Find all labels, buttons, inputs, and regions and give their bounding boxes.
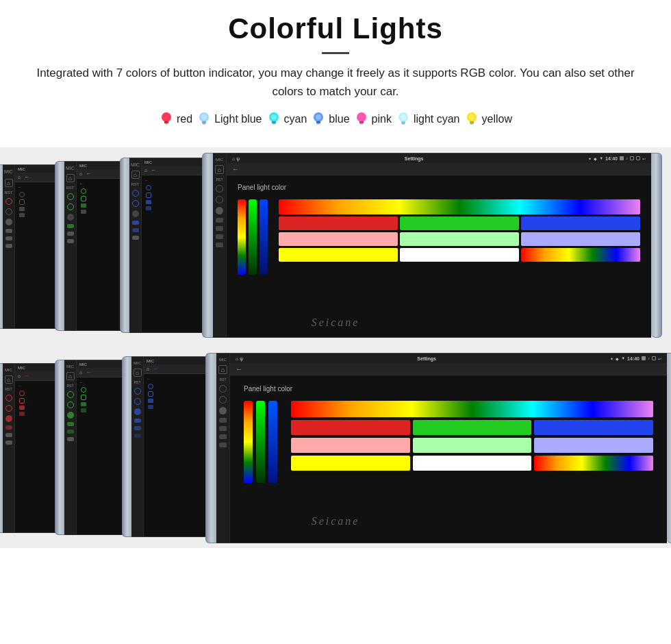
color-indicators-row: red Light blue — [14, 110, 657, 128]
color-item-red: red — [159, 110, 192, 128]
yellow-bulb-icon — [464, 110, 479, 128]
svg-rect-2 — [165, 123, 168, 125]
bottom-devices-area: MIC ⌂ RST MIC ⌂ ← — [0, 349, 671, 548]
color-item-cyan: cyan — [266, 110, 307, 128]
svg-rect-14 — [317, 123, 320, 125]
pink-bulb-icon — [354, 110, 369, 128]
description-text: Integrated with 7 colors of button indic… — [34, 64, 637, 101]
color-label-blue: blue — [329, 113, 349, 125]
top-devices-area: MIC ⌂ RST MIC — [0, 147, 671, 349]
color-item-blue: blue — [311, 110, 349, 128]
svg-point-4 — [201, 114, 207, 120]
top-devices-composite: MIC ⌂ RST MIC — [0, 147, 671, 349]
svg-point-19 — [401, 114, 406, 120]
lightblue-bulb-icon — [197, 110, 212, 128]
color-label-red: red — [177, 113, 192, 125]
svg-rect-21 — [401, 123, 405, 125]
cyan-bulb-icon — [266, 110, 281, 128]
color-item-yellow: yellow — [464, 110, 512, 128]
color-label-pink: pink — [372, 113, 392, 125]
svg-point-0 — [162, 112, 171, 122]
svg-rect-25 — [470, 123, 473, 125]
title-divider — [322, 52, 349, 54]
color-label-cyan: cyan — [284, 113, 307, 125]
color-label-yellow: yellow — [482, 113, 512, 125]
page-title: Colorful Lights — [14, 12, 657, 45]
svg-rect-17 — [359, 123, 363, 125]
red-bulb-icon — [159, 110, 174, 128]
svg-point-15 — [357, 112, 366, 122]
panel-light-title: Panel light color — [238, 184, 640, 191]
svg-point-23 — [469, 114, 474, 120]
blue-bulb-icon — [311, 110, 326, 128]
bottom-devices-composite: MIC ⌂ RST MIC ⌂ ← — [0, 349, 671, 548]
color-item-lightcyan: light cyan — [396, 110, 460, 128]
svg-point-8 — [271, 114, 277, 120]
color-label-lightcyan: light cyan — [414, 113, 460, 125]
color-item-pink: pink — [354, 110, 392, 128]
bottom-device-4-main: MIC ⌂ RST ⌂ ψ Settings — [205, 353, 671, 543]
title-section: Colorful Lights Integrated with 7 colors… — [0, 0, 671, 147]
svg-point-12 — [316, 114, 321, 120]
lightcyan-bulb-icon — [396, 110, 411, 128]
device-unit-4-main: MIC ⌂ RST ⌂ ψ Settings — [202, 153, 662, 338]
svg-rect-6 — [203, 123, 206, 125]
color-item-lightblue: Light blue — [197, 110, 262, 128]
svg-rect-10 — [272, 123, 275, 125]
color-label-lightblue: Light blue — [214, 113, 262, 125]
